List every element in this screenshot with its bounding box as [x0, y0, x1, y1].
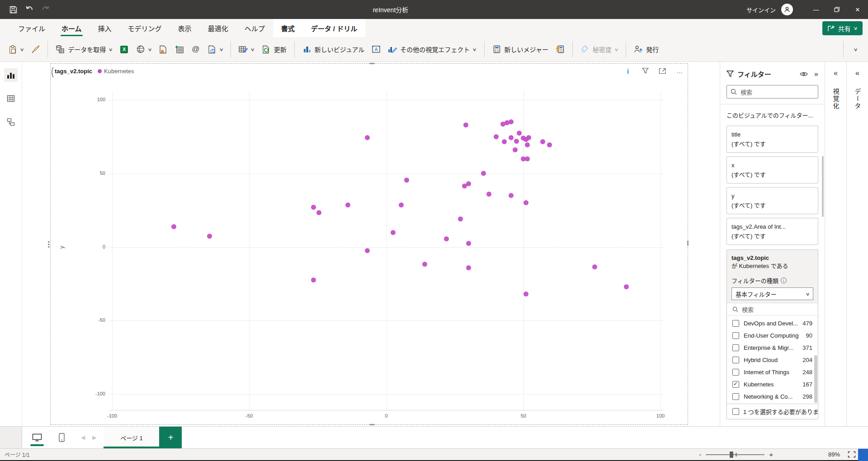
checkbox-unchecked[interactable]: [732, 344, 739, 351]
data-point[interactable]: [345, 202, 350, 207]
filter-value-row[interactable]: DevOps and Devel...479: [727, 317, 818, 329]
redo-icon[interactable]: [41, 5, 51, 14]
data-pane-tab[interactable]: « データ: [846, 62, 868, 426]
collapse-pane-icon[interactable]: »: [814, 70, 818, 78]
resize-handle-bottom[interactable]: [369, 424, 375, 425]
data-point[interactable]: [171, 224, 176, 229]
report-view-button[interactable]: [4, 68, 18, 82]
filter-values-search-input[interactable]: 検索: [727, 303, 818, 315]
menu-tab-表示[interactable]: 表示: [170, 19, 200, 37]
data-point[interactable]: [458, 216, 463, 221]
menu-tab-モデリング[interactable]: モデリング: [120, 19, 170, 37]
visualizations-pane-tab[interactable]: « 視覚化: [825, 62, 846, 426]
data-point[interactable]: [525, 156, 530, 161]
data-point[interactable]: [207, 234, 212, 239]
data-point[interactable]: [592, 264, 597, 269]
fit-to-page-icon[interactable]: [848, 451, 856, 458]
data-point[interactable]: [502, 139, 507, 144]
paste-button[interactable]: ∨: [5, 40, 27, 59]
add-page-button[interactable]: +: [159, 427, 182, 448]
menu-tab-挿入[interactable]: 挿入: [90, 19, 120, 37]
checkbox-unchecked[interactable]: [732, 357, 739, 363]
visual-side-handle-icon[interactable]: •••: [47, 241, 50, 249]
sql-server-button[interactable]: [155, 40, 171, 59]
data-point[interactable]: [365, 135, 370, 140]
format-painter-button[interactable]: [27, 40, 43, 59]
menu-tab-ファイル[interactable]: ファイル: [10, 19, 53, 37]
minimize-button[interactable]: —: [806, 0, 826, 19]
data-point[interactable]: [525, 142, 530, 147]
data-point[interactable]: [494, 134, 499, 139]
next-page-arrow-icon[interactable]: ▶: [92, 434, 96, 441]
account-avatar-icon[interactable]: [781, 4, 793, 15]
excel-workbook-button[interactable]: X: [116, 40, 132, 59]
new-visual-button[interactable]: 新しいビジュアル: [299, 40, 368, 59]
data-point[interactable]: [466, 241, 471, 246]
filter-search-input[interactable]: 検索: [726, 85, 818, 99]
more-options-icon[interactable]: …: [675, 66, 684, 75]
resize-handle-right[interactable]: [687, 240, 689, 246]
data-point[interactable]: [481, 171, 486, 176]
data-point[interactable]: [466, 181, 471, 186]
filter-card[interactable]: title(すべて) です: [726, 126, 818, 153]
eye-icon[interactable]: [800, 71, 808, 77]
data-point[interactable]: [391, 230, 396, 235]
data-point[interactable]: [547, 142, 552, 147]
data-point[interactable]: [517, 131, 522, 136]
data-point[interactable]: [509, 119, 514, 124]
ribbon-overflow-chevron-icon[interactable]: ∨: [853, 47, 858, 52]
filter-value-row[interactable]: Kubernetes167: [727, 378, 818, 390]
text-box-button[interactable]: A: [368, 40, 384, 59]
pane-scrollbar[interactable]: [822, 156, 824, 217]
restore-button[interactable]: [826, 0, 847, 19]
data-point[interactable]: [463, 122, 468, 127]
desktop-layout-button[interactable]: [28, 427, 47, 448]
zoom-out-button[interactable]: -: [699, 451, 701, 458]
focus-mode-icon[interactable]: [658, 66, 667, 75]
zoom-slider[interactable]: [706, 454, 764, 455]
data-point[interactable]: [524, 200, 528, 205]
menu-tab-データ / ドリル[interactable]: データ / ドリル: [303, 19, 366, 37]
filter-funnel-icon[interactable]: [641, 66, 650, 75]
recent-sources-button[interactable]: ∨: [204, 40, 226, 59]
quick-measure-button[interactable]: [552, 40, 568, 59]
publish-button[interactable]: 発行: [630, 40, 662, 59]
share-button[interactable]: 共有 ∨: [822, 21, 863, 35]
undo-icon[interactable]: [24, 5, 34, 14]
filter-card[interactable]: y(すべて) です: [726, 187, 818, 214]
get-data-button[interactable]: データを取得∨: [52, 40, 116, 59]
data-point[interactable]: [509, 135, 514, 140]
info-icon[interactable]: i: [623, 66, 632, 75]
data-point[interactable]: [624, 284, 629, 289]
menu-tab-書式[interactable]: 書式: [273, 19, 303, 37]
data-point[interactable]: [316, 210, 321, 215]
checkbox-unchecked[interactable]: [732, 393, 739, 400]
data-view-button[interactable]: [4, 92, 18, 105]
enter-data-button[interactable]: [171, 40, 188, 59]
checkbox-unchecked[interactable]: [732, 332, 739, 339]
onelake-datahub-button[interactable]: ∨: [132, 40, 155, 59]
filter-value-row[interactable]: Networking & Co...298: [727, 390, 818, 403]
checkbox-checked[interactable]: [732, 381, 739, 388]
expand-pane-icon[interactable]: «: [834, 69, 838, 77]
save-icon[interactable]: [8, 5, 18, 14]
report-canvas[interactable]: ••• tags_v2.topic Kubernetes i … y -: [22, 62, 720, 426]
refresh-button[interactable]: 更新: [258, 40, 290, 59]
info-icon[interactable]: i: [781, 278, 787, 283]
close-button[interactable]: ✕: [847, 0, 868, 19]
mobile-layout-button[interactable]: [52, 427, 71, 448]
menu-tab-最適化[interactable]: 最適化: [200, 19, 236, 37]
list-scrollbar[interactable]: [814, 355, 817, 403]
transform-data-button[interactable]: ∨: [235, 40, 258, 59]
filter-value-row[interactable]: Hybrid Cloud204: [727, 354, 818, 366]
filter-card[interactable]: x(すべて) です: [726, 156, 818, 183]
scatter-visual[interactable]: ••• tags_v2.topic Kubernetes i … y -: [50, 63, 688, 425]
data-point[interactable]: [311, 205, 316, 210]
filter-card-expanded[interactable]: tags_v2.topic が Kubernetes である フィルターの種類 …: [726, 249, 818, 419]
checkbox-unchecked[interactable]: [732, 369, 739, 376]
data-point[interactable]: [466, 265, 471, 270]
filter-value-row[interactable]: Internet of Things248: [727, 366, 818, 378]
filter-type-select[interactable]: 基本フィルター ∨: [731, 287, 813, 300]
data-point[interactable]: [509, 193, 514, 198]
more-visuals-button[interactable]: その他の視覚エフェクト∨: [384, 40, 480, 59]
